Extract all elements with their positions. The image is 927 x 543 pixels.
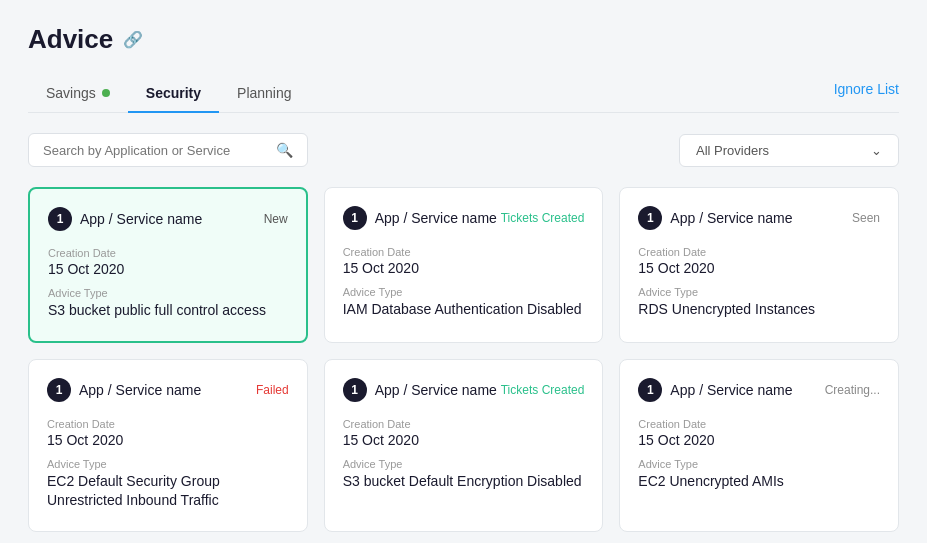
card-5-service-name: App / Service name xyxy=(375,382,497,398)
card-6-date-value: 15 Oct 2020 xyxy=(638,432,880,448)
provider-dropdown-label: All Providers xyxy=(696,143,769,158)
tab-security-label: Security xyxy=(146,85,201,101)
card-6-header: 1 App / Service name Creating... xyxy=(638,378,880,402)
card-5-header: 1 App / Service name Tickets Created xyxy=(343,378,585,402)
card-1-advice-value: S3 bucket public full control access xyxy=(48,301,288,321)
card-4-badge: Failed xyxy=(256,383,289,397)
card-2-avatar: 1 xyxy=(343,206,367,230)
card-4-avatar: 1 xyxy=(47,378,71,402)
card-2[interactable]: 1 App / Service name Tickets Created Cre… xyxy=(324,187,604,343)
card-1-advice-label: Advice Type xyxy=(48,287,288,299)
tabs-bar: Savings Security Planning Ignore List xyxy=(28,75,899,113)
search-icon: 🔍 xyxy=(276,142,293,158)
card-1-service-name: App / Service name xyxy=(80,211,202,227)
search-box[interactable]: 🔍 xyxy=(28,133,308,167)
card-3-title-row: 1 App / Service name xyxy=(638,206,792,230)
card-4-advice-label: Advice Type xyxy=(47,458,289,470)
card-6-avatar: 1 xyxy=(638,378,662,402)
page-title: Advice xyxy=(28,24,113,55)
card-5-badge: Tickets Created xyxy=(501,383,585,397)
page-header: Advice 🔗 xyxy=(28,24,899,55)
card-6-service-name: App / Service name xyxy=(670,382,792,398)
card-4-title-row: 1 App / Service name xyxy=(47,378,201,402)
tab-planning-label: Planning xyxy=(237,85,292,101)
card-5-date-label: Creation Date xyxy=(343,418,585,430)
page-container: Advice 🔗 Savings Security Planning Ignor… xyxy=(0,0,927,543)
card-2-date-value: 15 Oct 2020 xyxy=(343,260,585,276)
card-1-date-label: Creation Date xyxy=(48,247,288,259)
card-4-date-label: Creation Date xyxy=(47,418,289,430)
card-4[interactable]: 1 App / Service name Failed Creation Dat… xyxy=(28,359,308,532)
card-3-service-name: App / Service name xyxy=(670,210,792,226)
card-2-advice-value: IAM Database Authentication Disabled xyxy=(343,300,585,320)
card-5[interactable]: 1 App / Service name Tickets Created Cre… xyxy=(324,359,604,532)
card-1-badge: New xyxy=(264,212,288,226)
ignore-list-link[interactable]: Ignore List xyxy=(834,81,899,107)
card-2-title-row: 1 App / Service name xyxy=(343,206,497,230)
card-1-header: 1 App / Service name New xyxy=(48,207,288,231)
card-3[interactable]: 1 App / Service name Seen Creation Date … xyxy=(619,187,899,343)
card-6-advice-value: EC2 Unencrypted AMIs xyxy=(638,472,880,492)
card-4-service-name: App / Service name xyxy=(79,382,201,398)
card-1-avatar: 1 xyxy=(48,207,72,231)
provider-dropdown[interactable]: All Providers ⌄ xyxy=(679,134,899,167)
card-2-service-name: App / Service name xyxy=(375,210,497,226)
card-3-advice-label: Advice Type xyxy=(638,286,880,298)
card-6[interactable]: 1 App / Service name Creating... Creatio… xyxy=(619,359,899,532)
card-3-badge: Seen xyxy=(852,211,880,225)
cards-grid: 1 App / Service name New Creation Date 1… xyxy=(28,187,899,532)
card-2-date-label: Creation Date xyxy=(343,246,585,258)
card-6-date-label: Creation Date xyxy=(638,418,880,430)
card-2-badge: Tickets Created xyxy=(501,211,585,225)
card-3-date-label: Creation Date xyxy=(638,246,880,258)
card-4-header: 1 App / Service name Failed xyxy=(47,378,289,402)
tabs-container: Savings Security Planning xyxy=(28,75,310,112)
card-2-header: 1 App / Service name Tickets Created xyxy=(343,206,585,230)
card-5-advice-label: Advice Type xyxy=(343,458,585,470)
card-1-date-value: 15 Oct 2020 xyxy=(48,261,288,277)
card-5-advice-value: S3 bucket Default Encryption Disabled xyxy=(343,472,585,492)
search-input[interactable] xyxy=(43,143,268,158)
card-1-title-row: 1 App / Service name xyxy=(48,207,202,231)
card-3-advice-value: RDS Unencrypted Instances xyxy=(638,300,880,320)
card-6-title-row: 1 App / Service name xyxy=(638,378,792,402)
tab-security[interactable]: Security xyxy=(128,75,219,113)
card-4-date-value: 15 Oct 2020 xyxy=(47,432,289,448)
card-4-advice-value: EC2 Default Security Group Unrestricted … xyxy=(47,472,289,511)
link-icon[interactable]: 🔗 xyxy=(123,30,143,49)
tab-planning[interactable]: Planning xyxy=(219,75,310,113)
chevron-down-icon: ⌄ xyxy=(871,143,882,158)
card-6-badge: Creating... xyxy=(825,383,880,397)
card-5-title-row: 1 App / Service name xyxy=(343,378,497,402)
card-2-advice-label: Advice Type xyxy=(343,286,585,298)
tab-savings[interactable]: Savings xyxy=(28,75,128,113)
card-3-header: 1 App / Service name Seen xyxy=(638,206,880,230)
card-1[interactable]: 1 App / Service name New Creation Date 1… xyxy=(28,187,308,343)
card-3-avatar: 1 xyxy=(638,206,662,230)
card-5-date-value: 15 Oct 2020 xyxy=(343,432,585,448)
controls-row: 🔍 All Providers ⌄ xyxy=(28,133,899,167)
card-6-advice-label: Advice Type xyxy=(638,458,880,470)
card-3-date-value: 15 Oct 2020 xyxy=(638,260,880,276)
card-5-avatar: 1 xyxy=(343,378,367,402)
tab-savings-label: Savings xyxy=(46,85,96,101)
savings-dot-icon xyxy=(102,89,110,97)
